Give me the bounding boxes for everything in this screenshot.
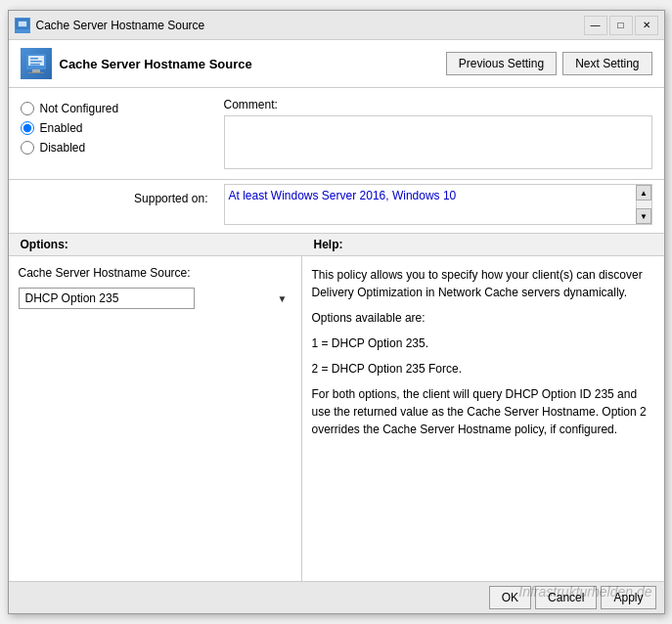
enabled-radio[interactable] (21, 121, 34, 135)
watermark: Infrastrukturhelden.de (518, 584, 651, 600)
disabled-option[interactable]: Disabled (21, 141, 216, 155)
svg-rect-7 (32, 69, 40, 72)
help-para-5: For both options, the client will query … (312, 385, 654, 438)
main-window: Cache Server Hostname Source — □ ✕ Ca (8, 10, 665, 614)
disabled-radio[interactable] (21, 141, 34, 155)
svg-rect-6 (30, 64, 40, 66)
help-para-4: 2 = DHCP Option 235 Force. (312, 360, 654, 378)
enabled-option[interactable]: Enabled (21, 121, 216, 135)
footer: OK Cancel Apply Infrastrukturhelden.de (9, 581, 664, 613)
help-para-1: This policy allows you to specify how yo… (312, 266, 654, 301)
header-title-group: Cache Server Hostname Source (21, 48, 252, 79)
help-section-header: Help: (314, 238, 652, 251)
radio-comment-section: Not Configured Enabled Disabled Comment: (9, 88, 664, 180)
svg-rect-4 (30, 58, 38, 60)
options-panel: Cache Server Hostname Source: DHCP Optio… (9, 256, 302, 581)
dialog-header: Cache Server Hostname Source Previous Se… (9, 40, 664, 88)
content-panels: Cache Server Hostname Source: DHCP Optio… (9, 256, 664, 581)
dropdown-wrapper: DHCP Option 235 DHCP Option 235 Force ▼ (19, 288, 291, 309)
enabled-label: Enabled (40, 121, 83, 135)
comment-label: Comment: (224, 98, 652, 111)
policy-icon (21, 48, 52, 79)
supported-on-row: Supported on: At least Windows Server 20… (9, 180, 664, 234)
svg-rect-1 (19, 22, 26, 26)
svg-rect-5 (30, 61, 42, 63)
header-buttons: Previous Setting Next Setting (446, 52, 652, 75)
supported-on-label: Supported on: (134, 188, 211, 205)
radio-group: Not Configured Enabled Disabled (21, 98, 216, 169)
window-controls: — □ ✕ (584, 16, 658, 35)
title-bar-left: Cache Server Hostname Source (15, 18, 205, 33)
maximize-button[interactable]: □ (609, 16, 633, 35)
not-configured-option[interactable]: Not Configured (21, 102, 216, 115)
cache-server-label: Cache Server Hostname Source: (19, 266, 291, 280)
window-icon (15, 18, 30, 33)
window-title: Cache Server Hostname Source (36, 19, 205, 32)
close-button[interactable]: ✕ (635, 16, 658, 35)
help-para-3: 1 = DHCP Option 235. (312, 334, 654, 352)
not-configured-radio[interactable] (21, 102, 34, 115)
dropdown-arrow-icon: ▼ (278, 293, 288, 304)
prev-setting-button[interactable]: Previous Setting (446, 52, 557, 75)
minimize-button[interactable]: — (584, 16, 607, 35)
hostname-source-dropdown[interactable]: DHCP Option 235 DHCP Option 235 Force (19, 288, 195, 309)
section-headers: Options: Help: (9, 234, 664, 256)
disabled-label: Disabled (40, 141, 86, 155)
supported-on-value: At least Windows Server 2016, Windows 10 (229, 189, 457, 202)
comment-section: Comment: (224, 98, 652, 169)
header-policy-title: Cache Server Hostname Source (60, 57, 252, 71)
next-setting-button[interactable]: Next Setting (562, 52, 651, 75)
supported-scroll-down[interactable]: ▼ (636, 208, 651, 224)
help-panel: This policy allows you to specify how yo… (302, 256, 664, 581)
not-configured-label: Not Configured (40, 102, 119, 115)
comment-textarea[interactable] (224, 115, 652, 169)
help-para-2: Options available are: (312, 309, 654, 327)
supported-scroll-up[interactable]: ▲ (636, 185, 651, 201)
svg-rect-8 (28, 72, 44, 73)
title-bar: Cache Server Hostname Source — □ ✕ (9, 11, 664, 40)
options-section-header: Options: (21, 238, 314, 251)
